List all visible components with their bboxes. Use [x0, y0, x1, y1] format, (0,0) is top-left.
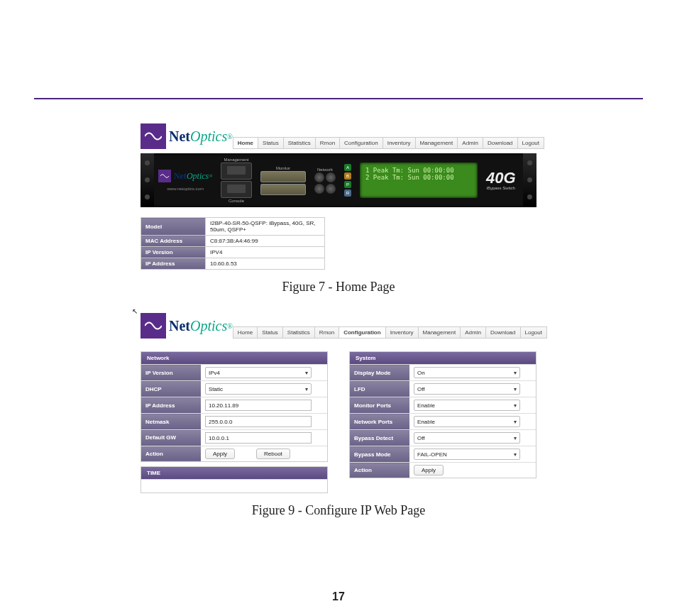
optical-port	[314, 184, 324, 194]
top-rule	[34, 98, 643, 99]
management-ports: Management Console	[216, 158, 256, 203]
figure-7: Net Optics ® HomeStatusStatisticsRmonCon…	[141, 123, 536, 270]
network-panel: Network IP Version IPv4▾ DHCP Static▾ IP…	[141, 351, 328, 462]
nav-tab-admin[interactable]: Admin	[457, 137, 483, 149]
led-p: P	[344, 181, 351, 188]
nav-tab-logout[interactable]: Logout	[520, 326, 547, 339]
logo-registered: ®	[227, 133, 233, 141]
nav-tab-statistics[interactable]: Statistics	[283, 137, 315, 149]
brand-logo: Net Optics ®	[141, 313, 233, 339]
chevron-down-icon: ▾	[514, 419, 517, 425]
device-brand: Net Optics ® www.netoptics.com	[154, 170, 216, 191]
nav-tab-statistics[interactable]: Statistics	[282, 326, 314, 339]
qsfp-port	[260, 184, 306, 195]
info-label: IP Version	[141, 247, 206, 258]
logo-optics: Optics	[190, 128, 227, 145]
chevron-down-icon: ▾	[305, 386, 308, 392]
rack-ear-left	[141, 153, 154, 207]
info-value: IPV4	[206, 247, 325, 258]
lcd-display: 1 Peak Tm: Sun 00:00:00 2 Peak Tm: Sun 0…	[360, 163, 478, 198]
nav-tab-admin[interactable]: Admin	[460, 326, 485, 339]
network-ports: Network	[310, 167, 340, 194]
nav-tab-status[interactable]: Status	[258, 137, 283, 149]
network-panel-header: Network	[141, 352, 327, 364]
info-label: Model	[141, 218, 206, 236]
figure-9: ↖ Net Optics ® HomeStatusStatisticsRmonC…	[141, 313, 536, 493]
apply-button[interactable]: Apply	[205, 449, 235, 459]
info-value: C8:87:3B:A4:46:99	[206, 236, 325, 247]
reboot-button[interactable]: Reboot	[256, 449, 290, 459]
optical-port	[326, 172, 336, 182]
device-url: www.netoptics.com	[167, 187, 204, 191]
device-front-panel: Net Optics ® www.netoptics.com Managemen…	[141, 153, 536, 207]
chevron-down-icon: ▾	[514, 402, 517, 409]
info-label: MAC Address	[141, 236, 206, 247]
nav-bar-fig7: HomeStatusStatisticsRmonConfigurationInv…	[233, 137, 544, 149]
led-a: A	[344, 164, 351, 171]
cursor-icon: ↖	[132, 307, 138, 315]
nav-tab-inventory[interactable]: Inventory	[382, 137, 415, 149]
rj45-port	[221, 181, 252, 198]
time-panel: TIME	[141, 466, 328, 493]
logo-net: Net	[169, 128, 190, 145]
info-label: IP Address	[141, 258, 206, 270]
figure-7-caption: Figure 7 - Home Page	[282, 280, 395, 295]
nav-tab-logout[interactable]: Logout	[517, 137, 544, 149]
nav-tab-download[interactable]: Download	[483, 137, 517, 149]
chevron-down-icon: ▾	[514, 451, 517, 458]
ip-address-input[interactable]: 10.20.11.89	[205, 400, 312, 411]
optical-port	[314, 172, 324, 182]
monitor-ports-select[interactable]: Enable▾	[414, 400, 520, 411]
device-info-table: ModelI2BP-40-SR-50-QSFP: iBypass, 40G, S…	[141, 217, 325, 270]
nav-tab-inventory[interactable]: Inventory	[385, 326, 418, 339]
lcd-line-2: 2 Peak Tm: Sun 00:00:00	[365, 174, 472, 181]
wave-icon	[141, 313, 166, 339]
nav-tab-rmon[interactable]: Rmon	[315, 137, 339, 149]
system-panel: System Display Mode On▾ LFD Off▾ Monitor…	[349, 351, 536, 478]
default-gw-input[interactable]: 10.0.0.1	[205, 432, 312, 444]
nav-tab-home[interactable]: Home	[233, 137, 258, 149]
chevron-down-icon: ▾	[514, 435, 517, 441]
netmask-input[interactable]: 255.0.0.0	[205, 416, 312, 427]
rack-ear-right	[523, 153, 536, 207]
monitor-ports: Monitor	[256, 166, 310, 195]
page-number: 17	[0, 590, 677, 603]
nav-tab-home[interactable]: Home	[233, 326, 257, 339]
document-page: Net Optics ® HomeStatusStatisticsRmonCon…	[0, 0, 677, 616]
apply-button[interactable]: Apply	[414, 465, 444, 475]
wave-icon	[158, 170, 171, 182]
nav-tab-download[interactable]: Download	[485, 326, 520, 339]
nav-tab-configuration[interactable]: Configuration	[339, 137, 382, 149]
wave-icon	[141, 123, 166, 149]
nav-tab-management[interactable]: Management	[418, 326, 461, 339]
chevron-down-icon: ▾	[514, 386, 517, 392]
chevron-down-icon: ▾	[514, 370, 517, 376]
led-r: R	[344, 189, 351, 197]
network-ports-select[interactable]: Enable▾	[414, 416, 520, 427]
rj45-port	[221, 163, 252, 180]
bypass-detect-select[interactable]: Off▾	[414, 432, 520, 444]
nav-tab-status[interactable]: Status	[257, 326, 282, 339]
nav-tab-management[interactable]: Management	[415, 137, 458, 149]
optical-port	[326, 184, 336, 194]
chevron-down-icon: ▾	[305, 370, 308, 376]
nav-tab-rmon[interactable]: Rmon	[314, 326, 338, 339]
nav-tab-configuration[interactable]: Configuration	[338, 326, 385, 339]
ip-version-select[interactable]: IPv4▾	[205, 367, 312, 378]
lfd-select[interactable]: Off▾	[414, 383, 520, 395]
info-value: 10.60.6.53	[206, 258, 325, 270]
time-panel-header: TIME	[141, 467, 327, 479]
dhcp-select[interactable]: Static▾	[205, 383, 312, 395]
lcd-line-1: 1 Peak Tm: Sun 00:00:00	[365, 167, 472, 174]
bypass-mode-select[interactable]: FAIL-OPEN▾	[414, 449, 520, 460]
brand-logo: Net Optics ®	[141, 123, 233, 149]
info-value: I2BP-40-SR-50-QSFP: iBypass, 40G, SR, 50…	[206, 218, 325, 236]
display-mode-select[interactable]: On▾	[414, 367, 520, 378]
nav-bar-fig9: HomeStatusStatisticsRmonConfigurationInv…	[233, 326, 547, 339]
status-leds: A B P R	[340, 164, 356, 197]
led-b: B	[344, 172, 351, 180]
product-tag: 40G iBypass Switch	[486, 170, 516, 190]
qsfp-port	[260, 171, 306, 182]
figure-9-caption: Figure 9 - Configure IP Web Page	[252, 503, 426, 518]
system-panel-header: System	[350, 352, 536, 364]
